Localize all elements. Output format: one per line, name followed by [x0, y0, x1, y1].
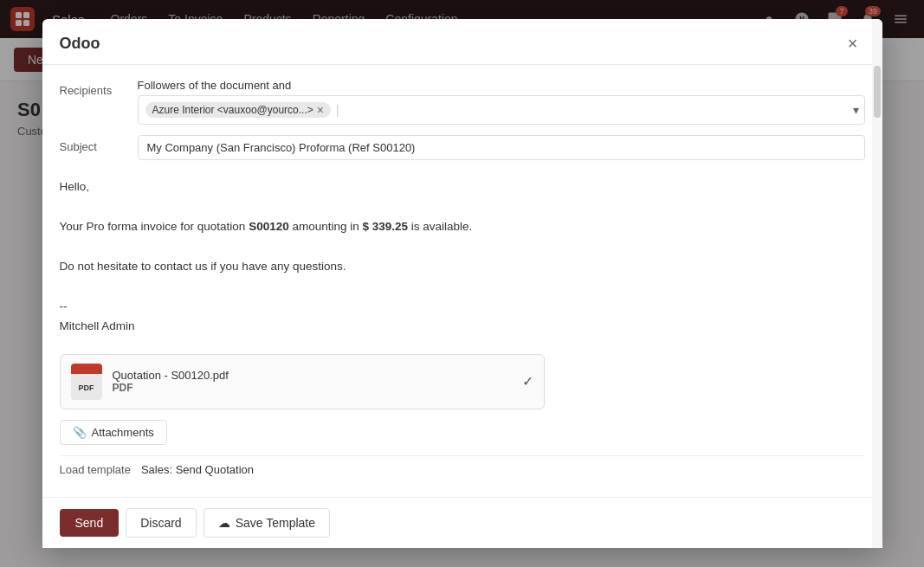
- attachment-box: PDF Quotation - S00120.pdf PDF ✓: [60, 354, 545, 409]
- recipient-tag: Azure Interior <vauxoo@yourco...> ×: [145, 102, 331, 118]
- email-line1-ref: S00120: [249, 220, 289, 233]
- load-template-row: Load template Sales: Send Quotation: [60, 455, 865, 483]
- save-template-button[interactable]: ☁ Save Template: [204, 508, 330, 538]
- modal-title: Odoo: [60, 35, 100, 53]
- recipients-label: Recipients: [60, 79, 138, 97]
- modal-header: Odoo ×: [42, 19, 882, 65]
- email-separator: --: [60, 297, 865, 317]
- load-template-value[interactable]: Sales: Send Quotation: [141, 463, 254, 476]
- modal-body: Recipients Followers of the document and…: [42, 65, 882, 497]
- email-modal: Odoo × Recipients Followers of the docum…: [42, 19, 882, 548]
- recipients-row: Recipients Followers of the document and…: [60, 79, 865, 125]
- pdf-icon-top: [71, 364, 102, 374]
- email-line1-middle: amounting in: [289, 220, 363, 233]
- subject-input[interactable]: [138, 135, 865, 160]
- attachment-type: PDF: [113, 382, 522, 394]
- cloud-icon: ☁: [218, 516, 230, 530]
- discard-button[interactable]: Discard: [126, 508, 196, 538]
- email-line2: Do not hesitate to contact us if you hav…: [60, 257, 865, 277]
- paperclip-icon: 📎: [73, 426, 87, 439]
- email-signature: Mitchell Admin: [60, 317, 865, 337]
- email-line1-prefix: Your Pro forma invoice for quotation: [60, 220, 249, 233]
- recipients-dropdown-button[interactable]: ▾: [853, 103, 859, 117]
- subject-field[interactable]: [138, 135, 865, 160]
- email-greeting: Hello,: [60, 177, 865, 197]
- modal-overlay: Odoo × Recipients Followers of the docum…: [0, 0, 924, 567]
- modal-footer: Send Discard ☁ Save Template: [42, 497, 882, 548]
- attachment-name: Quotation - S00120.pdf: [113, 369, 522, 382]
- recipient-tag-text: Azure Interior <vauxoo@yourco...>: [152, 104, 313, 116]
- attachments-button-label: Attachments: [92, 426, 154, 439]
- modal-scrollbar[interactable]: [872, 19, 882, 548]
- email-line1-suffix: is available.: [408, 220, 472, 233]
- recipients-followers-text: Followers of the document and: [138, 79, 865, 92]
- subject-row: Subject: [60, 135, 865, 160]
- email-body: Hello, Your Pro forma invoice for quotat…: [60, 171, 865, 344]
- pdf-icon: PDF: [71, 364, 102, 400]
- email-line1: Your Pro forma invoice for quotation S00…: [60, 217, 865, 237]
- modal-close-button[interactable]: ×: [841, 31, 865, 55]
- load-template-label: Load template: [60, 463, 131, 476]
- pdf-icon-label: PDF: [79, 383, 94, 392]
- subject-label: Subject: [60, 135, 138, 153]
- send-button[interactable]: Send: [60, 509, 120, 537]
- attachment-info: Quotation - S00120.pdf PDF: [113, 369, 522, 394]
- modal-scroll-thumb[interactable]: [874, 66, 881, 118]
- recipient-tag-remove[interactable]: ×: [317, 104, 324, 116]
- recipients-field: Followers of the document and Azure Inte…: [138, 79, 865, 125]
- save-template-label: Save Template: [236, 516, 315, 530]
- attachment-checkmark[interactable]: ✓: [522, 373, 533, 390]
- email-line1-amount: $ 339.25: [362, 220, 408, 233]
- attachments-button[interactable]: 📎 Attachments: [60, 420, 167, 445]
- recipients-container[interactable]: Azure Interior <vauxoo@yourco...> × | ▾: [138, 95, 865, 125]
